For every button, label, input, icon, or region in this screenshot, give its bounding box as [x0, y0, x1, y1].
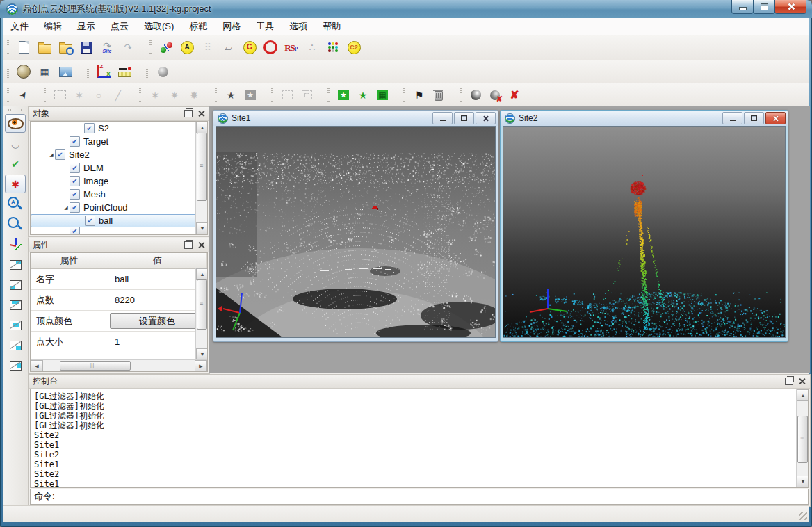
site1-titlebar[interactable]: Site1: [213, 111, 498, 126]
toolbar-grip[interactable]: [7, 65, 9, 79]
close-panel-icon[interactable]: [197, 241, 205, 249]
save-file-button[interactable]: [76, 38, 96, 57]
toolbar-grip[interactable]: [271, 88, 273, 102]
close-button[interactable]: [774, 0, 806, 14]
properties-hscrollbar[interactable]: ◀ ▶: [31, 359, 207, 371]
zoom-search-button[interactable]: [5, 215, 26, 234]
scroll-left-icon[interactable]: ◀: [31, 360, 43, 372]
axes-triad-button[interactable]: [5, 235, 26, 254]
flag-mark-button[interactable]: ⚑: [410, 87, 428, 104]
star-solid-button[interactable]: ★: [222, 87, 240, 104]
scrollbar-thumb[interactable]: [797, 416, 808, 463]
select-arrow-button[interactable]: ➤: [14, 87, 32, 104]
site2-viewport[interactable]: [503, 126, 786, 338]
site1-viewport[interactable]: [216, 126, 496, 338]
float-panel-icon[interactable]: [184, 241, 193, 249]
tree-item-hidden[interactable]: ✔: [31, 227, 207, 234]
toolbar-grip[interactable]: [139, 88, 141, 102]
menu-item-tools[interactable]: 工具: [248, 18, 282, 35]
scrollbar-thumb[interactable]: [60, 361, 131, 371]
site2-restore-button[interactable]: [744, 112, 764, 124]
sphere-shaded-button[interactable]: [466, 87, 485, 104]
menu-item-target[interactable]: 标靶: [181, 18, 215, 35]
rs-resection-button[interactable]: RS: [282, 38, 301, 57]
toolbar-grip[interactable]: [8, 109, 22, 111]
toolbar-grip[interactable]: [87, 65, 89, 79]
delete-x-button[interactable]: ✘: [505, 87, 523, 104]
toolbar-grip[interactable]: [215, 88, 217, 102]
scrollbar-thumb[interactable]: [197, 133, 207, 201]
gray-sphere-button[interactable]: [153, 62, 172, 81]
site1-restore-button[interactable]: [454, 112, 474, 124]
set-color-button[interactable]: 设置颜色: [110, 313, 204, 329]
green-grid-box-button[interactable]: ▦: [373, 87, 391, 104]
menu-item-mesh[interactable]: 网格: [215, 18, 248, 35]
resize-grip[interactable]: [799, 512, 807, 520]
tree-item-ball[interactable]: ✔ball: [31, 214, 207, 227]
restore-button[interactable]: [753, 0, 775, 14]
property-value[interactable]: 1: [115, 337, 120, 347]
tree-item-s2[interactable]: ✔S2: [31, 122, 207, 135]
menu-item-options[interactable]: 选项: [282, 18, 315, 35]
toolbar-grip[interactable]: [44, 88, 46, 102]
menu-item-pointcloud[interactable]: 点云: [103, 18, 136, 35]
tree-item-image[interactable]: ✔Image: [31, 175, 207, 188]
float-panel-icon[interactable]: [184, 110, 193, 117]
tree-item-pointcloud[interactable]: ◢✔PointCloud: [31, 201, 207, 214]
grid-table-button[interactable]: ▦: [35, 62, 54, 81]
expand-arrow-icon[interactable]: ◢: [63, 205, 70, 211]
view-cube-3-button[interactable]: [5, 295, 26, 314]
toolbar-grip[interactable]: [7, 40, 9, 54]
tree-scrollbar[interactable]: ▲ ▼: [195, 122, 207, 234]
scroll-up-icon[interactable]: ▲: [196, 268, 208, 280]
menu-item-help[interactable]: 帮助: [315, 18, 348, 35]
site1-close-button[interactable]: [476, 112, 496, 124]
mesh-prism-button[interactable]: ▱: [219, 38, 238, 57]
close-panel-icon[interactable]: [798, 378, 806, 385]
menu-item-display[interactable]: 显示: [70, 18, 103, 35]
import-site-button[interactable]: ↷Site: [97, 38, 117, 57]
scroll-right-icon[interactable]: ▶: [195, 360, 207, 372]
green-star-button[interactable]: ★: [354, 87, 372, 104]
scroll-down-icon[interactable]: ▼: [196, 222, 208, 234]
site2-window[interactable]: Site2: [500, 110, 788, 342]
redo-pipe-button[interactable]: ↷: [118, 38, 138, 57]
checkbox-icon[interactable]: ✔: [70, 136, 80, 147]
site1-window[interactable]: Site1: [213, 110, 498, 342]
circle-o-button[interactable]: [261, 38, 280, 57]
close-panel-icon[interactable]: [197, 110, 205, 117]
circle-a-button[interactable]: A: [177, 38, 197, 57]
view-cube-6-button[interactable]: [5, 356, 26, 375]
scroll-down-icon[interactable]: ▼: [797, 476, 809, 487]
tree-item-site2[interactable]: ◢✔Site2: [31, 148, 207, 161]
properties-scrollbar[interactable]: ▲ ▼: [195, 268, 207, 360]
checkbox-icon[interactable]: ✔: [85, 216, 95, 226]
scroll-up-icon[interactable]: ▲: [797, 389, 809, 401]
site2-titlebar[interactable]: Site2: [501, 111, 788, 126]
color-grid-button[interactable]: [323, 38, 343, 57]
green-star-box-button[interactable]: ★: [334, 87, 352, 104]
checkbox-icon[interactable]: ✔: [70, 176, 80, 186]
search-folder-button[interactable]: [56, 38, 75, 57]
console-scrollbar[interactable]: ▲ ▼: [796, 389, 808, 487]
circle-g-button[interactable]: G: [240, 38, 259, 57]
view-cube-5-button[interactable]: [5, 336, 26, 355]
tree-item-target[interactable]: ✔Target: [31, 135, 207, 148]
scrollbar-thumb[interactable]: [197, 279, 207, 330]
property-value[interactable]: 8220: [115, 295, 135, 305]
toolbar-grip[interactable]: [146, 65, 148, 79]
scroll-up-icon[interactable]: ▲: [196, 122, 208, 133]
menu-item-edit[interactable]: 编辑: [36, 18, 70, 35]
ruler-distance-button[interactable]: [115, 62, 134, 81]
globe-polyhedron-button[interactable]: [14, 62, 33, 81]
site1-minimize-button[interactable]: [432, 112, 453, 124]
site2-minimize-button[interactable]: [722, 112, 742, 124]
network-scatter-button[interactable]: ∴: [302, 38, 322, 57]
minimize-button[interactable]: [731, 0, 754, 14]
open-folder-button[interactable]: [35, 38, 54, 57]
checkbox-icon[interactable]: ✔: [70, 202, 80, 213]
expand-arrow-icon[interactable]: ◢: [48, 152, 55, 158]
view-cube-2-button[interactable]: [5, 275, 26, 294]
registration-spheres-button[interactable]: [156, 38, 176, 57]
axes-zyx-button[interactable]: [94, 62, 113, 81]
